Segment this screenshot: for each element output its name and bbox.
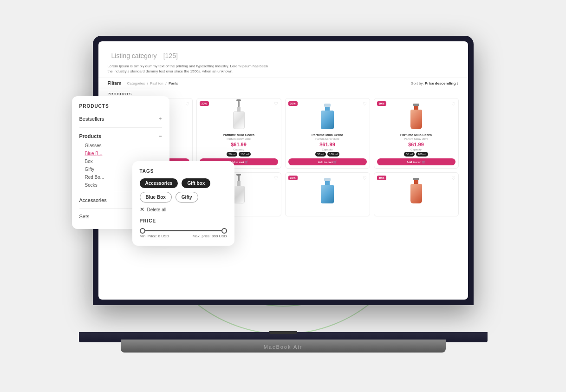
wishlist-icon[interactable]: ♡ <box>363 101 367 106</box>
laptop-notch <box>269 331 297 334</box>
add-to-cart-button[interactable]: Add to cart 🛒 <box>377 158 455 165</box>
product-badge: 30% <box>377 101 386 106</box>
price-title: PRICE <box>140 218 227 223</box>
bottle-neck <box>237 107 241 111</box>
sidebar-item-label: Bestsellers <box>79 116 104 122</box>
product-name: Parfume Millo Cedro <box>288 133 367 137</box>
tag-bluebox[interactable]: Blue Box <box>140 192 172 203</box>
product-card: 30% ♡ Parfume Millo Cedro Parfum Spray 3 <box>196 98 281 168</box>
bottle-pump <box>238 101 240 107</box>
wishlist-icon[interactable]: ♡ <box>274 176 278 181</box>
bottle-neck <box>414 106 418 110</box>
capacity-buttons: 50 ml 100 ml <box>288 152 367 157</box>
delete-icon: ✕ <box>140 206 144 213</box>
filters-label: Filters <box>108 81 122 86</box>
bottle-white <box>233 178 245 203</box>
slider-thumb-max[interactable] <box>221 228 227 234</box>
product-badge: 30% <box>200 101 209 106</box>
product-image <box>288 176 367 206</box>
product-card: 30% ♡ <box>285 172 370 216</box>
bottle-pink <box>410 104 422 129</box>
sidebar-divider <box>79 127 162 128</box>
wishlist-icon[interactable]: ♡ <box>451 101 455 106</box>
bottle-blue <box>321 178 334 203</box>
product-price: $61.99 <box>288 142 367 147</box>
product-image <box>377 176 455 206</box>
capacity-buttons: 50 ml 100 ml <box>200 152 278 157</box>
bottle-body <box>321 111 334 129</box>
sidebar-item-label: Sets <box>79 214 90 219</box>
product-image <box>377 101 455 131</box>
capacity-buttons: 50 ml 100 ml <box>377 152 455 157</box>
slider-thumb-min[interactable] <box>140 228 145 234</box>
bottle-blue <box>321 104 334 129</box>
product-card: 30% ♡ Parfume Millo Cedro Parfum Spray 3… <box>374 98 459 168</box>
price-slider-track[interactable] <box>140 230 227 231</box>
wishlist-icon[interactable]: ♡ <box>451 176 455 181</box>
product-card: 30% ♡ <box>374 172 459 216</box>
product-image <box>200 101 278 131</box>
cap-100ml[interactable]: 100 ml <box>327 152 339 157</box>
sidebar-item-label: Accessories <box>79 197 107 203</box>
page-description: Lorem ipsum is simply dummy text of the … <box>108 64 270 74</box>
bottle-white <box>233 104 245 129</box>
cap-100ml[interactable]: 100 ml <box>239 152 251 157</box>
sort-by[interactable]: Sort by: Price descending ↓ <box>411 81 458 85</box>
filters-bar: Filters Categories / Fashion / Pants Sor… <box>98 78 468 89</box>
sidebar-sub-glasses[interactable]: Glasses <box>85 142 162 150</box>
sidebar-item-bestsellers[interactable]: Bestsellers + <box>79 113 162 124</box>
outline-tags-row: Blue Box Gifty <box>140 192 227 203</box>
filters-left: Filters Categories / Fashion / Pants <box>108 81 178 86</box>
wishlist-icon[interactable]: ♡ <box>274 101 278 106</box>
price-slider-fill <box>140 230 227 231</box>
delete-all-button[interactable]: ✕ Delete all <box>140 206 227 213</box>
wishlist-icon[interactable]: ♡ <box>185 101 189 106</box>
product-card: 30% ♡ Parfume Millo Cedro Parfum Spray 3… <box>285 98 370 168</box>
sidebar-item-label: Products <box>79 133 102 139</box>
wishlist-icon[interactable]: ♡ <box>363 176 367 181</box>
laptop: Listing category [125] Lorem ipsum is si… <box>63 36 504 370</box>
product-price: $61.99 <box>200 142 278 147</box>
tags-popup-title: TAGS <box>140 169 227 174</box>
tag-accessories[interactable]: Accessories <box>140 178 178 188</box>
sidebar-expand-icon: + <box>158 116 162 122</box>
bottle-neck <box>325 107 330 111</box>
sidebar-collapse-icon: − <box>158 133 162 139</box>
product-image <box>288 101 367 131</box>
delete-all-label: Delete all <box>147 207 167 212</box>
product-name: Parfume Millo Cedro <box>377 133 455 137</box>
screen-header: Listing category [125] Lorem ipsum is si… <box>98 41 468 78</box>
cap-100ml[interactable]: 100 ml <box>416 152 428 157</box>
sidebar-item-products[interactable]: Products − <box>79 131 162 142</box>
bottle-body <box>233 111 245 129</box>
cap-50ml[interactable]: 50 ml <box>404 152 415 157</box>
capacity-label: Capacity <box>377 148 455 151</box>
tag-giftbox[interactable]: Gift box <box>182 178 210 188</box>
sidebar-sub-blueb[interactable]: Blue B... <box>85 150 162 157</box>
product-sub: Parfum Spray 30ml <box>377 137 455 140</box>
capacity-label: Capacity <box>200 148 278 151</box>
cap-50ml[interactable]: 50 ml <box>227 152 237 157</box>
product-badge: 30% <box>377 176 386 180</box>
active-tags-row: Accessories Gift box <box>140 178 227 188</box>
page-title: Listing category [125] <box>108 49 459 61</box>
capacity-label: Capacity <box>288 148 367 151</box>
sidebar-section-title: PRODUCTS <box>79 104 162 109</box>
breadcrumb: Categories / Fashion / Pants <box>127 81 178 85</box>
cap-50ml[interactable]: 50 ml <box>315 152 326 157</box>
tag-gifty[interactable]: Gifty <box>176 192 198 203</box>
bottle-pink <box>410 178 422 203</box>
product-price: $61.99 <box>377 142 455 147</box>
price-range-labels: Min. Price: 0 USD Max. price: 999 USD <box>140 234 227 238</box>
laptop-brand-label: MacBook Air <box>264 344 303 350</box>
product-sub: Parfum Spray 30ml <box>200 137 278 140</box>
tags-popup: TAGS Accessories Gift box Blue Box Gifty… <box>132 161 234 246</box>
price-section: PRICE Min. Price: 0 USD Max. price: 999 … <box>140 218 227 238</box>
price-min-label: Min. Price: 0 USD <box>140 234 169 238</box>
product-sub: Parfum Spray 30ml <box>288 137 367 140</box>
product-badge: 30% <box>288 101 298 106</box>
bottle-body <box>410 110 422 129</box>
add-to-cart-button[interactable]: Add to cart 🛒 <box>288 158 367 165</box>
product-badge: 30% <box>288 176 298 180</box>
price-max-label: Max. price: 999 USD <box>193 234 227 238</box>
